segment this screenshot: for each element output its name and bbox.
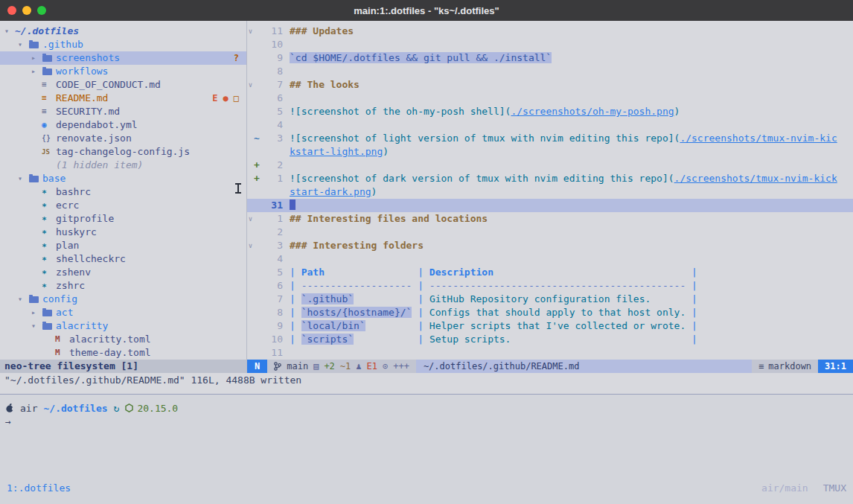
sidebar-item-zshrc[interactable]: ∗zshrc bbox=[0, 279, 246, 293]
editor-line[interactable]: 4 bbox=[247, 252, 853, 266]
diagnostics-icon: ♟ bbox=[356, 360, 361, 373]
sidebar-item-security-md[interactable]: ≡SECURITY.md bbox=[0, 105, 246, 118]
chevron-down-icon[interactable]: ▾ bbox=[18, 293, 28, 306]
editor-line[interactable]: 31 bbox=[247, 199, 853, 212]
sidebar-item-dotfiles[interactable]: ▾~/.dotfiles bbox=[0, 25, 246, 38]
editor-line[interactable]: 11 bbox=[247, 346, 853, 360]
sidebar-item-ecrc[interactable]: ∗ecrc bbox=[0, 199, 246, 212]
line-text: `cd $HOME/.dotfiles && git pull && ./ins… bbox=[283, 51, 552, 65]
text-segment: | bbox=[686, 307, 697, 318]
editor-line[interactable]: 8 bbox=[247, 65, 853, 78]
text-segment: | bbox=[290, 280, 301, 291]
editor-line[interactable]: kstart-light.png) bbox=[247, 145, 853, 159]
editor-line[interactable]: +1![screenshot of dark version of tmux w… bbox=[247, 172, 853, 185]
line-text: start-dark.png) bbox=[283, 185, 377, 199]
sidebar-item-workflows[interactable]: ▸workflows bbox=[0, 65, 246, 78]
sidebar-item-screenshots[interactable]: ▸screenshots? bbox=[0, 51, 246, 65]
sidebar-item-gitprofile[interactable]: ∗gitprofile bbox=[0, 212, 246, 226]
editor-line[interactable]: ∨1## Interesting files and locations bbox=[247, 212, 853, 226]
sidebar-item-code-of-conduct-md[interactable]: ≡CODE_OF_CONDUCT.md bbox=[0, 78, 246, 92]
line-number: 4 bbox=[261, 252, 283, 266]
chevron-down-icon[interactable]: ▾ bbox=[31, 319, 42, 333]
line-text: | `.github` | GitHub Repository configur… bbox=[283, 293, 697, 306]
prompt-arrow: → bbox=[5, 416, 11, 427]
chevron-down-icon[interactable]: ▾ bbox=[18, 38, 28, 51]
close-button[interactable] bbox=[7, 6, 16, 15]
editor-line[interactable]: ∨3### Interesting folders bbox=[247, 239, 853, 252]
chevron-down-icon[interactable]: ▾ bbox=[4, 25, 15, 38]
line-number: 3 bbox=[261, 132, 283, 145]
sidebar-item-alacritty[interactable]: ▾alacritty bbox=[0, 319, 246, 333]
editor-line[interactable]: +2 bbox=[247, 159, 853, 172]
sidebar-item-github[interactable]: ▾.github bbox=[0, 38, 246, 51]
editor-line[interactable]: ∨11### Updates bbox=[247, 25, 853, 38]
doc-file-icon: ≡ bbox=[42, 105, 56, 118]
line-text bbox=[283, 159, 290, 172]
editor-line[interactable]: start-dark.png) bbox=[247, 185, 853, 199]
editor-line[interactable]: 9| `local/bin` | Helper scripts that I'v… bbox=[247, 319, 853, 333]
sidebar-item-label: gitprofile bbox=[56, 212, 114, 226]
zoom-button[interactable] bbox=[37, 6, 46, 15]
editor-line[interactable]: ~3![screenshot of light version of tmux … bbox=[247, 132, 853, 145]
shell-input-line[interactable]: → bbox=[5, 415, 853, 428]
editor-line[interactable]: 8| `hosts/{hostname}/` | Configs that sh… bbox=[247, 306, 853, 319]
sidebar-item-theme-day-toml[interactable]: Mtheme-day.toml bbox=[0, 346, 246, 360]
shell-file-icon: ∗ bbox=[42, 185, 56, 199]
chevron-right-icon[interactable]: ▸ bbox=[31, 65, 42, 78]
shell-pane[interactable]: air ~/.dotfiles ↻ 20.15.0 → bbox=[0, 395, 853, 479]
sidebar-item-config[interactable]: ▾config bbox=[0, 293, 246, 306]
editor-line[interactable]: 5| Path | Description | bbox=[247, 266, 853, 279]
editor-line[interactable]: 4 bbox=[247, 118, 853, 132]
line-number: 10 bbox=[261, 333, 283, 346]
chevron-right-icon[interactable]: ▸ bbox=[31, 51, 42, 65]
sidebar-item-1-hidden-item[interactable]: (1 hidden item) bbox=[0, 159, 246, 172]
editor-line[interactable]: 2 bbox=[247, 226, 853, 239]
line-number: 7 bbox=[261, 293, 283, 306]
line-number: 5 bbox=[261, 266, 283, 279]
line-text: | `hosts/{hostname}/` | Configs that sho… bbox=[283, 306, 697, 319]
sidebar-item-dependabot-yml[interactable]: ◉dependabot.yml bbox=[0, 118, 246, 132]
fold-marker: ∨ bbox=[247, 25, 254, 38]
editor-line[interactable]: 7| `.github` | GitHub Repository configu… bbox=[247, 293, 853, 306]
sidebar-item-label: screenshots bbox=[56, 51, 120, 65]
sidebar-item-zshenv[interactable]: ∗zshenv bbox=[0, 266, 246, 279]
editor-line[interactable]: 9`cd $HOME/.dotfiles && git pull && ./in… bbox=[247, 51, 853, 65]
text-segment bbox=[354, 334, 412, 345]
sidebar-items: ▾~/.dotfiles▾.github▸screenshots?▸workfl… bbox=[0, 25, 246, 360]
sidebar-item-label: theme-day.toml bbox=[69, 346, 151, 360]
sidebar-item-shellcheckrc[interactable]: ∗shellcheckrc bbox=[0, 252, 246, 266]
editor-pane[interactable]: ∨11### Updates109`cd $HOME/.dotfiles && … bbox=[247, 21, 853, 373]
editor-line[interactable]: 10 bbox=[247, 38, 853, 51]
git-sign bbox=[254, 185, 261, 199]
sidebar-item-renovate-json[interactable]: {}renovate.json bbox=[0, 132, 246, 145]
shell-file-icon: ∗ bbox=[42, 199, 56, 212]
editor-line[interactable]: 6| ------------------- | ---------------… bbox=[247, 279, 853, 293]
fold-marker bbox=[247, 293, 254, 306]
sidebar-item-act[interactable]: ▸act bbox=[0, 306, 246, 319]
sidebar-item-alacritty-toml[interactable]: Malacritty.toml bbox=[0, 333, 246, 346]
sidebar-item-base[interactable]: ▾base bbox=[0, 172, 246, 185]
minimize-button[interactable] bbox=[22, 6, 31, 15]
sidebar-item-plan[interactable]: ∗plan bbox=[0, 239, 246, 252]
sidebar-item-readme-md[interactable]: ≡README.mdE●□ bbox=[0, 92, 246, 105]
fold-marker bbox=[247, 319, 254, 333]
braces-file-icon: {} bbox=[42, 132, 56, 145]
text-segment bbox=[493, 267, 686, 278]
fold-marker bbox=[247, 65, 254, 78]
editor-line[interactable]: 5![screenshot of the oh-my-posh shell](.… bbox=[247, 105, 853, 118]
text-segment: | bbox=[290, 334, 301, 345]
fold-marker bbox=[247, 92, 254, 105]
editor-line[interactable]: ∨7## The looks bbox=[247, 78, 853, 92]
editor-line[interactable]: 6 bbox=[247, 92, 853, 105]
sidebar-item-huskyrc[interactable]: ∗huskyrc bbox=[0, 226, 246, 239]
chevron-right-icon[interactable]: ▸ bbox=[31, 306, 42, 319]
git-sign bbox=[254, 105, 261, 118]
chevron-down-icon[interactable]: ▾ bbox=[18, 172, 28, 185]
line-number: 31 bbox=[261, 199, 283, 212]
editor-line[interactable]: 10| `scripts` | Setup scripts. | bbox=[247, 333, 853, 346]
sidebar-item-bashrc[interactable]: ∗bashrc bbox=[0, 185, 246, 199]
tmux-window-item[interactable]: 1:.dotfiles bbox=[7, 482, 71, 494]
text-segment: | bbox=[686, 280, 697, 291]
filetype-icon: ≡ bbox=[758, 360, 764, 373]
sidebar-item-tag-changelog-config-js[interactable]: JStag-changelog-config.js bbox=[0, 145, 246, 159]
